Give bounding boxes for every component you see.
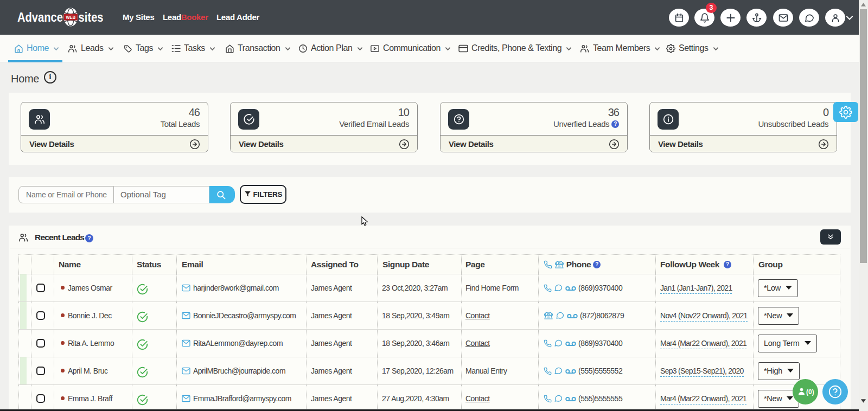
- svg-text:WEB: WEB: [66, 14, 76, 20]
